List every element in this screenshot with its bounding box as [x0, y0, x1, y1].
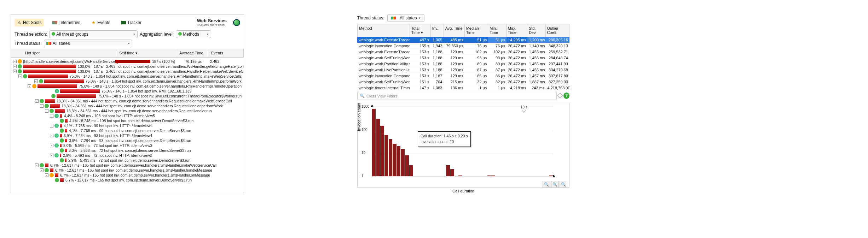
col-avgtime[interactable]: Average Time [177, 49, 209, 57]
histogram-bar[interactable] [397, 146, 400, 176]
col-header[interactable]: Median Time [465, 24, 488, 37]
histogram-bar[interactable] [380, 126, 384, 176]
expander-icon[interactable]: - [50, 154, 53, 157]
tree-node[interactable]: -{http://handlers.server.demo.ejt.com/}W… [13, 59, 242, 64]
histogram-bar[interactable] [450, 169, 454, 176]
tree-node[interactable]: -75,0% - 140 s - 1.854 hot spot inv. com… [13, 74, 242, 79]
histogram-bar[interactable] [401, 149, 404, 176]
col-header[interactable]: Std. Dev. [527, 24, 546, 37]
expander-icon[interactable]: - [40, 104, 44, 108]
call-tree[interactable]: -{http://handlers.server.demo.ejt.com/}W… [11, 58, 244, 186]
tree-node[interactable]: -18,3% - 34.361 ms - 444 hot spot inv. c… [13, 103, 242, 108]
tree-node[interactable]: 3,0% - 5.568 ms - 72 hot spot inv. com.e… [13, 148, 242, 153]
zoom-out-button[interactable]: 🔍 [551, 181, 559, 188]
expander-icon[interactable]: - [28, 84, 31, 88]
histogram-bar[interactable] [549, 175, 552, 176]
thread-status-dropdown[interactable]: All states▾ [387, 14, 425, 22]
col-header[interactable]: Total Time ▾ [410, 24, 431, 37]
zoom-reset-button[interactable]: 🔍 [560, 181, 567, 188]
expander-icon[interactable]: - [35, 163, 39, 167]
histogram-bar[interactable] [458, 175, 462, 176]
tree-node[interactable]: 2,9% - 5.493 ms - 72 hot spot inv. com.e… [13, 158, 242, 163]
tree-node[interactable]: -18,3% - 34.361 ms - 444 hot spot inv. c… [13, 99, 242, 103]
aggregation-dropdown[interactable]: Methods▾ [176, 30, 211, 38]
tree-node[interactable]: -75,0% - 140 s - 1.854 hot spot inv. com… [13, 84, 242, 89]
expander-icon[interactable]: - [50, 114, 53, 118]
histogram-bar[interactable] [409, 165, 413, 176]
table-row[interactable]: weblogic.invocation.ComponentInvocati…15… [357, 73, 569, 79]
tree-node[interactable]: -6,7% - 12.617 ms - 165 hot spot inv. co… [13, 163, 242, 168]
zoom-in-button[interactable]: 🔍 [543, 181, 550, 188]
tab-tracker[interactable]: Tracker [119, 19, 144, 26]
col-header[interactable]: Outlier Coeff. [546, 24, 569, 37]
tree-node[interactable]: -3,0% - 5.568 ms - 72 hot spot inv. HTTP… [13, 143, 242, 148]
tab-telemetries[interactable]: Telemetries [50, 19, 82, 26]
histogram-bar[interactable] [389, 139, 392, 176]
thread-selection-dropdown[interactable]: All thread groups▾ [49, 30, 138, 38]
expander-icon[interactable]: - [50, 134, 53, 137]
histogram-bar[interactable] [384, 135, 388, 176]
table-row[interactable]: weblogic.timers.internal.TimerThread.ac…… [357, 85, 569, 91]
histogram-bar[interactable] [393, 144, 396, 176]
expander-icon[interactable]: - [35, 99, 39, 103]
tree-node[interactable]: -3,9% - 7.284 ms - 93 hot spot inv. HTTP… [13, 133, 242, 138]
col-hotspot[interactable]: Hot spot [11, 49, 117, 57]
expander-icon[interactable]: - [45, 109, 48, 113]
col-events[interactable]: Events [209, 49, 244, 57]
node-icon [54, 124, 59, 128]
col-header[interactable]: Max. Time [507, 24, 527, 37]
tree-node[interactable]: -75,0% - 140 s - 1.854 hot spot inv. com… [13, 79, 242, 84]
histogram-bar[interactable] [405, 155, 409, 176]
expander-icon[interactable]: - [13, 65, 17, 68]
tree-node[interactable]: 3,9% - 7.284 ms - 93 hot spot inv. com.e… [13, 138, 242, 143]
expander-icon[interactable]: - [45, 173, 48, 177]
tree-node[interactable]: 75,0% - 140 s - 1.854 hot spot inv. java… [13, 94, 242, 99]
tree-node[interactable]: 4,1% - 7.765 ms - 99 hot spot inv. com.e… [13, 128, 242, 133]
table-row[interactable]: weblogic.invocation.ComponentInvocati…15… [357, 43, 569, 49]
node-icon [54, 153, 59, 157]
tree-node[interactable]: 4,4% - 8.248 ms - 108 hot spot inv. com.… [13, 118, 242, 123]
tab-label: Telemetries [59, 20, 80, 25]
tree-node[interactable]: -18,3% - 34.361 ms - 444 hot spot inv. c… [13, 108, 242, 113]
histogram-chart[interactable]: Invocation count 10 s 1101001000 Call du… [357, 103, 569, 188]
expander-icon[interactable]: - [13, 60, 17, 63]
tree-node[interactable]: 6,7% - 12.617 ms - 165 hot spot inv. com… [13, 178, 242, 183]
histogram-bar[interactable] [372, 109, 376, 176]
expander-icon[interactable]: - [34, 79, 38, 83]
expand-icon[interactable] [557, 93, 563, 99]
histogram-bar[interactable] [376, 119, 380, 176]
histogram-bar[interactable] [487, 175, 491, 176]
tab-events[interactable]: ★Events [89, 19, 112, 26]
tree-node[interactable]: -100,0% - 187 s - 2.463 hot spot inv. co… [13, 64, 242, 69]
expander-icon[interactable]: - [50, 124, 53, 127]
col-header[interactable]: Method [358, 24, 410, 37]
tree-node[interactable]: -4,1% - 7.765 ms - 99 hot spot inv. HTTP… [13, 123, 242, 128]
table-row[interactable]: weblogic.work.LivePartitionUtility.doRun… [357, 67, 569, 73]
expander-icon[interactable]: - [13, 70, 17, 73]
col-header[interactable]: Inv. [431, 24, 444, 37]
expander-icon[interactable]: - [18, 75, 22, 78]
tree-node[interactable]: -6,7% - 12.617 ms - 165 hot spot inv. co… [13, 168, 242, 173]
tree-node[interactable]: -100,0% - 187 s - 2.463 hot spot inv. co… [13, 69, 242, 74]
col-header[interactable]: Min. Time [488, 24, 507, 37]
class-view-filter-input[interactable]: 🔍Class View Filters [357, 92, 557, 100]
col-header[interactable]: Avg. Time [444, 24, 465, 37]
expander-icon[interactable]: - [50, 144, 53, 147]
thread-status-dropdown[interactable]: All states▾ [44, 40, 132, 47]
table-row[interactable]: weblogic.work.PartitionUtility.runWorkU…… [357, 61, 569, 67]
help-icon[interactable]: ? [563, 93, 569, 99]
expander-icon[interactable]: - [40, 168, 44, 172]
table-row[interactable]: weblogic.work.ExecuteThread.waitForR…487… [357, 37, 569, 43]
table-row[interactable]: weblogic.work.SelfTuningWorkManagerI…151… [357, 79, 569, 85]
tree-node[interactable]: -6,7% - 12.617 ms - 165 hot spot inv. co… [13, 173, 242, 178]
method-table[interactable]: MethodTotal Time ▾Inv.Avg. TimeMedian Ti… [357, 24, 569, 91]
table-row[interactable]: weblogic.work.SelfTuningWorkManagerI…153… [357, 55, 569, 61]
tab-hotspots[interactable]: ⚠Hot Spots [15, 19, 44, 26]
table-row[interactable]: weblogic.work.ExecuteThread.execute(…153… [357, 49, 569, 55]
col-selftime[interactable]: Self time ▾ [117, 49, 177, 57]
histogram-bar[interactable] [491, 175, 495, 176]
tree-node[interactable]: -4,4% - 8.248 ms - 108 hot spot inv. HTT… [13, 113, 242, 118]
histogram-bar[interactable] [446, 165, 450, 176]
tree-node[interactable]: 75,0% - 140 s - 1.854 hot spot inv. RMI:… [13, 89, 242, 94]
tree-node[interactable]: -2,9% - 5.493 ms - 72 hot spot inv. HTTP… [13, 153, 242, 158]
